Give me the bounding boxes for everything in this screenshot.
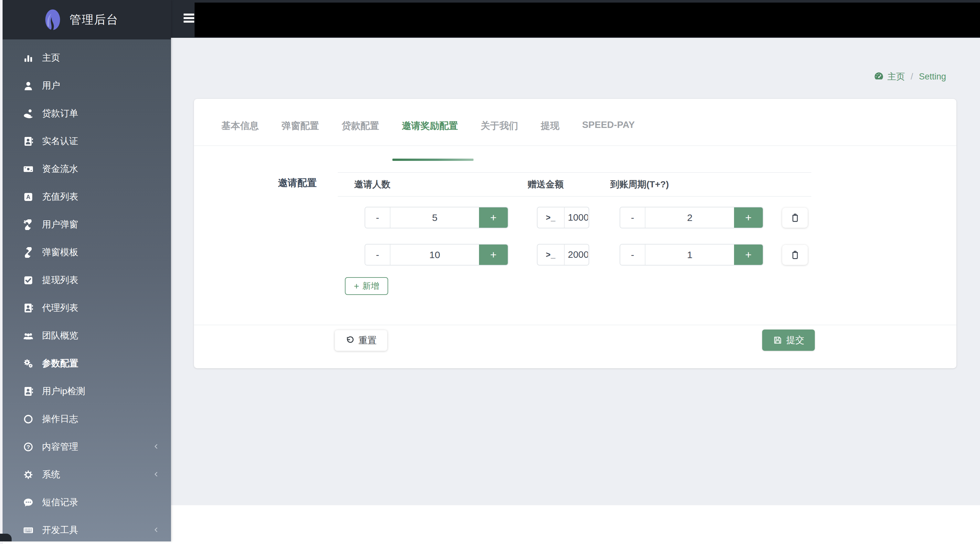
sidebar-item-home[interactable]: 主页 bbox=[3, 44, 171, 72]
sidebar-item-user-ip-check[interactable]: 用户ip检测 bbox=[3, 377, 171, 405]
cycle-input[interactable] bbox=[646, 208, 734, 228]
tab-invite-reward-config[interactable]: 邀请奖励配置 bbox=[402, 119, 458, 145]
sidebar-item-label: 开发工具 bbox=[42, 524, 78, 536]
sidebar-item-label: 用户 bbox=[42, 79, 60, 92]
sidebar-item-agent-list[interactable]: 代理列表 bbox=[3, 294, 171, 322]
amount-input[interactable] bbox=[565, 244, 588, 265]
sidebar-item-label: 贷款订单 bbox=[42, 107, 78, 119]
terminal-icon: >_ bbox=[538, 244, 565, 265]
sidebar-item-popup-template[interactable]: 弹窗模板 bbox=[3, 238, 171, 266]
sidebar-item-operation-log[interactable]: 操作日志 bbox=[3, 405, 171, 433]
sidebar-item-users[interactable]: 用户 bbox=[3, 72, 171, 100]
tab-speed-pay[interactable]: SPEED-PAY bbox=[582, 119, 635, 145]
reset-button[interactable]: 重置 bbox=[335, 330, 387, 351]
breadcrumb-home-link[interactable]: 主页 bbox=[887, 71, 905, 82]
plus-button[interactable]: + bbox=[734, 244, 763, 265]
money-bill-icon bbox=[21, 164, 35, 174]
sidebar-item-label: 主页 bbox=[42, 52, 60, 64]
corner-blob bbox=[0, 534, 12, 541]
sidebar-item-label: 弹窗模板 bbox=[42, 246, 78, 259]
column-header-cycle: 到账周期(T+?) bbox=[610, 178, 669, 190]
gear-icon bbox=[21, 469, 35, 480]
app-title: 管理后台 bbox=[70, 12, 119, 28]
sidebar-item-team-overview[interactable]: 团队概览 bbox=[3, 322, 171, 349]
sidebar-item-dev-tools[interactable]: 开发工具 bbox=[3, 516, 171, 541]
cycle-stepper: - + bbox=[620, 244, 764, 266]
amount-input-group: >_ bbox=[537, 244, 589, 266]
hand-holding-money-icon bbox=[21, 108, 35, 119]
link-icon bbox=[21, 247, 35, 258]
sidebar-item-label: 内容管理 bbox=[42, 441, 78, 453]
tab-withdraw[interactable]: 提现 bbox=[541, 119, 560, 145]
cycle-input[interactable] bbox=[646, 244, 734, 265]
delete-row-button[interactable] bbox=[782, 245, 808, 265]
delete-row-button[interactable] bbox=[782, 208, 808, 228]
submit-label: 提交 bbox=[786, 334, 805, 346]
tab-basic-info[interactable]: 基本信息 bbox=[221, 119, 259, 145]
sidebar-item-fund-flow[interactable]: 资金流水 bbox=[3, 155, 171, 183]
address-book-icon bbox=[21, 303, 35, 313]
minus-button[interactable]: - bbox=[365, 244, 390, 265]
invites-stepper: - + bbox=[364, 207, 508, 228]
sidebar-item-label: 提现列表 bbox=[42, 274, 78, 286]
amount-input-group: >_ bbox=[537, 207, 589, 228]
window-edge-strip bbox=[0, 0, 3, 544]
submit-button[interactable]: 提交 bbox=[762, 330, 815, 351]
settings-card: 基本信息 弹窗配置 贷款配置 邀请奖励配置 关于我们 提现 SPEED-PAY … bbox=[194, 99, 956, 368]
breadcrumb-separator: / bbox=[910, 72, 913, 82]
sidebar-item-user-popup[interactable]: 用户弹窗 bbox=[3, 211, 171, 238]
chevron-left-icon bbox=[153, 471, 159, 478]
sidebar: 管理后台 主页 用户 贷款订单 bbox=[3, 0, 171, 541]
address-card-icon bbox=[21, 386, 35, 397]
invite-config-label: 邀请配置 bbox=[278, 176, 317, 190]
column-header-invites: 邀请人数 bbox=[354, 178, 390, 190]
plus-button[interactable]: + bbox=[479, 208, 508, 228]
minus-button[interactable]: - bbox=[620, 244, 646, 265]
sidebar-item-label: 实名认证 bbox=[42, 135, 78, 147]
plus-icon: + bbox=[354, 282, 359, 291]
minus-button[interactable]: - bbox=[365, 208, 390, 228]
sidebar-item-label: 用户弹窗 bbox=[42, 218, 78, 231]
sidebar-item-parameter-config[interactable]: 参数配置 bbox=[3, 349, 171, 377]
sidebar-item-label: 充值列表 bbox=[42, 190, 78, 203]
tab-loan-config[interactable]: 贷款配置 bbox=[342, 119, 379, 145]
gears-icon bbox=[21, 358, 35, 369]
tab-about-us[interactable]: 关于我们 bbox=[480, 119, 518, 145]
table-row: - + >_ - + bbox=[338, 244, 811, 266]
sidebar-item-label: 参数配置 bbox=[42, 357, 78, 370]
sidebar-item-identity-verify[interactable]: 实名认证 bbox=[3, 127, 171, 155]
tab-popup-config[interactable]: 弹窗配置 bbox=[282, 119, 319, 145]
admin-app: 管理后台 主页 用户 贷款订单 bbox=[0, 0, 980, 544]
tachometer-icon bbox=[873, 71, 884, 82]
minus-button[interactable]: - bbox=[620, 208, 646, 228]
sidebar-menu: 主页 用户 贷款订单 实名认证 bbox=[3, 40, 171, 541]
add-row-label: 新增 bbox=[362, 281, 379, 292]
keyboard-icon bbox=[21, 525, 35, 536]
invites-input[interactable] bbox=[390, 208, 479, 228]
invites-stepper: - + bbox=[364, 244, 508, 266]
cycle-stepper: - + bbox=[620, 207, 764, 228]
content-area: 主页 / Setting 基本信息 弹窗配置 贷款配置 邀请奖励配置 关于我们 … bbox=[171, 38, 980, 505]
sidebar-item-system[interactable]: 系统 bbox=[3, 461, 171, 488]
column-header-amount: 赠送金额 bbox=[528, 178, 564, 190]
invites-input[interactable] bbox=[390, 244, 479, 265]
add-row-button[interactable]: + 新增 bbox=[345, 277, 388, 295]
sidebar-item-sms-records[interactable]: 短信记录 bbox=[3, 488, 171, 516]
trash-icon bbox=[790, 213, 800, 223]
sidebar-item-content-management[interactable]: ? 内容管理 bbox=[3, 433, 171, 461]
hamburger-menu-icon[interactable] bbox=[184, 14, 194, 24]
comment-icon bbox=[21, 497, 35, 508]
user-icon bbox=[21, 81, 35, 91]
plus-button[interactable]: + bbox=[734, 208, 763, 228]
sidebar-item-label: 团队概览 bbox=[42, 330, 78, 342]
plus-button[interactable]: + bbox=[479, 244, 508, 265]
amount-input[interactable] bbox=[565, 208, 588, 228]
sidebar-item-loan-orders[interactable]: 贷款订单 bbox=[3, 100, 171, 127]
chevron-left-icon bbox=[153, 443, 159, 450]
circle-icon bbox=[21, 414, 35, 425]
bar-chart-icon bbox=[21, 53, 35, 63]
sidebar-item-withdraw-list[interactable]: 提现列表 bbox=[3, 266, 171, 294]
chevron-left-icon bbox=[153, 527, 159, 534]
a-square-icon: A bbox=[21, 192, 35, 202]
sidebar-item-recharge-list[interactable]: A 充值列表 bbox=[3, 183, 171, 211]
